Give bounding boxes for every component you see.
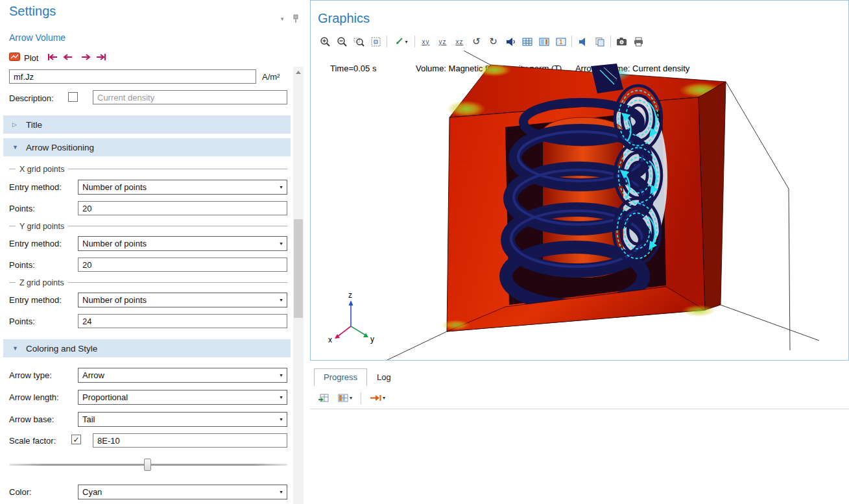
plot-previous-button[interactable] xyxy=(63,52,73,64)
arrow-type-label: Arrow type: xyxy=(9,370,52,380)
group-y-grid-points: Y grid points xyxy=(9,221,287,231)
view-xz-icon[interactable]: xz xyxy=(451,34,468,49)
description-input[interactable] xyxy=(93,90,287,104)
axis-y-label: y xyxy=(370,335,374,344)
settings-toolbar: Plot xyxy=(9,52,106,64)
model-3d[interactable]: z x y xyxy=(311,51,848,360)
rotate-ccw-icon[interactable]: ↺ xyxy=(468,34,484,49)
progress-toolbar: ▾ ▾ xyxy=(315,390,389,405)
scale-factor-input[interactable] xyxy=(93,433,287,448)
z-points-input[interactable] xyxy=(78,314,287,328)
zoom-extents-icon[interactable] xyxy=(368,34,384,49)
x-entry-method-combo[interactable]: Number of points ▼ xyxy=(78,180,287,195)
plot-last-button[interactable] xyxy=(95,52,106,64)
tab-log[interactable]: Log xyxy=(367,368,401,386)
settings-scrollbar[interactable] xyxy=(293,67,304,504)
scale-factor-checkbox[interactable]: ✓ xyxy=(71,435,81,444)
select-view-icon[interactable] xyxy=(575,34,591,49)
number-format-icon[interactable]: 1 xyxy=(553,34,569,49)
x-entry-method-value: Number of points xyxy=(78,182,276,192)
default-view-icon[interactable]: ▾ xyxy=(390,34,412,49)
tab-progress[interactable]: Progress xyxy=(314,368,367,386)
entry-method-label: Entry method: xyxy=(9,239,62,248)
axis-z-label: z xyxy=(348,291,352,300)
scrollbar-up-icon[interactable] xyxy=(296,71,301,74)
settings-panel: Settings ▾ Arrow Volume Plot A/m² Descri… xyxy=(0,0,293,504)
group-z-grid-points: Z grid points xyxy=(9,278,287,287)
expression-unit: A/m² xyxy=(262,72,280,82)
show-grid-icon[interactable] xyxy=(519,34,535,49)
section-title[interactable]: ▷ Title xyxy=(3,115,291,134)
group-x-grid-points: X grid points xyxy=(9,164,287,174)
collapsed-triangle-icon: ▷ xyxy=(12,121,19,128)
y-points-input[interactable] xyxy=(78,258,287,272)
node-title: Arrow Volume xyxy=(9,32,66,43)
scale-factor-label: Scale factor: xyxy=(9,436,56,446)
axis-triad: z x y xyxy=(328,291,374,344)
y-entry-method-combo[interactable]: Number of points ▼ xyxy=(78,236,287,251)
plot-first-button[interactable] xyxy=(47,52,58,64)
color-combo[interactable]: Cyan ▼ xyxy=(78,485,287,499)
axis-x-label: x xyxy=(328,335,332,344)
z-entry-method-value: Number of points xyxy=(78,295,276,305)
section-arrow-positioning-label: Arrow Positioning xyxy=(26,143,94,152)
z-entry-method-combo[interactable]: Number of points ▼ xyxy=(78,293,287,307)
combo-dropdown-icon[interactable]: ▼ xyxy=(276,485,287,499)
combo-dropdown-icon[interactable]: ▼ xyxy=(276,180,287,194)
section-arrow-positioning[interactable]: ▼ Arrow Positioning xyxy=(3,138,291,156)
arrow-base-label: Arrow base: xyxy=(9,414,54,424)
entry-method-label: Entry method: xyxy=(9,182,62,192)
pin-icon[interactable] xyxy=(292,14,300,26)
copy-image-icon[interactable] xyxy=(592,34,608,49)
scale-slider-handle[interactable] xyxy=(144,459,151,471)
rotate-cw-icon[interactable]: ↻ xyxy=(485,34,501,49)
view-yz-icon[interactable]: yz xyxy=(435,34,451,49)
combo-dropdown-icon[interactable]: ▼ xyxy=(276,368,287,382)
points-label: Points: xyxy=(9,204,35,213)
snapshot-icon[interactable] xyxy=(614,34,630,49)
arrow-base-combo[interactable]: Tail ▼ xyxy=(78,412,287,427)
svg-text:1: 1 xyxy=(559,39,563,45)
table-green-arrow-icon[interactable] xyxy=(315,390,331,405)
description-checkbox[interactable] xyxy=(68,92,78,102)
section-coloring-style[interactable]: ▼ Coloring and Style xyxy=(3,339,291,357)
zoom-in-icon[interactable] xyxy=(317,34,333,49)
show-legend-icon[interactable] xyxy=(536,34,552,49)
view-xy-icon[interactable]: xy xyxy=(418,34,434,49)
plot-area[interactable]: Time=0.05 s Volume: Magnetic flux densit… xyxy=(311,51,848,360)
zoom-out-icon[interactable] xyxy=(334,34,350,49)
zoom-box-icon[interactable] xyxy=(351,34,367,49)
application-window: Settings ▾ Arrow Volume Plot A/m² Descri… xyxy=(0,0,849,504)
section-coloring-label: Coloring and Style xyxy=(26,344,97,354)
plot-next-button[interactable] xyxy=(81,52,91,64)
x-points-input[interactable] xyxy=(78,201,287,215)
dropdown-caret-icon: ▾ xyxy=(383,395,385,401)
color-value: Cyan xyxy=(78,487,276,497)
graphics-toolbar: ▾ xy yz xz ↺ ↻ 1 xyxy=(317,33,647,50)
combo-dropdown-icon[interactable]: ▼ xyxy=(276,390,287,404)
settings-menu-chevron-icon[interactable]: ▾ xyxy=(281,16,284,22)
settings-title: Settings xyxy=(9,4,56,19)
arrow-base-value: Tail xyxy=(78,414,276,424)
entry-method-label: Entry method: xyxy=(9,295,62,305)
orange-arrow-icon[interactable]: ▾ xyxy=(366,390,389,405)
y-entry-method-value: Number of points xyxy=(78,239,276,248)
points-label: Points: xyxy=(9,317,35,326)
dropdown-caret-icon: ▾ xyxy=(350,395,352,401)
group-label: X grid points xyxy=(19,165,64,174)
combo-dropdown-icon[interactable]: ▼ xyxy=(276,237,287,250)
table-colors-icon[interactable]: ▾ xyxy=(334,390,356,405)
print-icon[interactable] xyxy=(630,34,647,49)
combo-dropdown-icon[interactable]: ▼ xyxy=(276,293,287,307)
plot-icon[interactable] xyxy=(9,52,20,64)
combo-dropdown-icon[interactable]: ▼ xyxy=(276,413,287,426)
plot-button[interactable]: Plot xyxy=(24,53,38,63)
description-label: Description: xyxy=(9,93,54,103)
scrollbar-thumb[interactable] xyxy=(294,219,303,318)
scene-light-icon[interactable] xyxy=(502,34,518,49)
arrow-length-combo[interactable]: Proportional ▼ xyxy=(78,390,287,405)
arrow-type-value: Arrow xyxy=(78,370,276,380)
expression-input[interactable] xyxy=(9,69,256,84)
group-label: Y grid points xyxy=(19,222,64,231)
arrow-type-combo[interactable]: Arrow ▼ xyxy=(78,368,287,383)
